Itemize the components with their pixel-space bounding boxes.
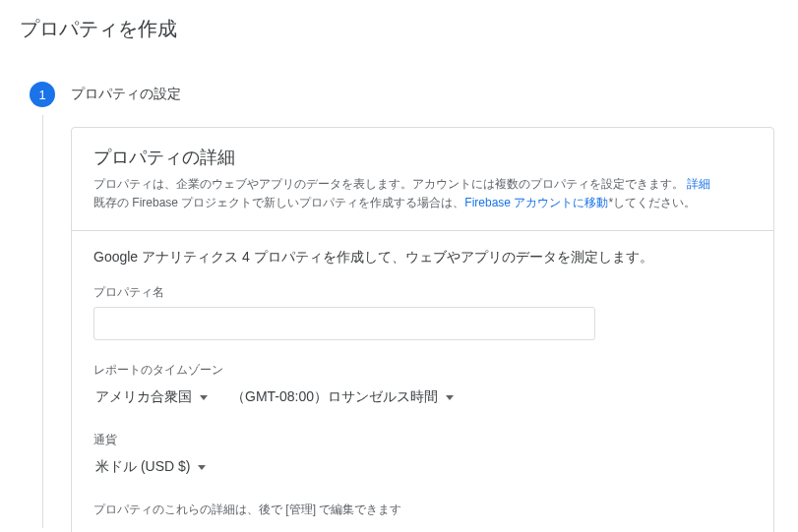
- step-content: プロパティの設定 プロパティの詳細 プロパティは、企業のウェブやアプリのデータを…: [71, 82, 778, 532]
- country-dropdown[interactable]: アメリカ合衆国: [93, 384, 210, 410]
- chevron-down-icon: [446, 395, 454, 400]
- step-title: プロパティの設定: [71, 86, 778, 103]
- firebase-account-link[interactable]: Firebase アカウントに移動: [464, 196, 608, 209]
- step-badge: 1: [30, 82, 55, 107]
- step-indicator: 1: [30, 82, 55, 528]
- timezone-dropdown[interactable]: （GMT-08:00）ロサンゼルス時間: [229, 384, 456, 410]
- card-desc-text-1: プロパティは、企業のウェブやアプリのデータを表します。アカウントには複数のプロパ…: [93, 177, 684, 191]
- property-details-card: プロパティの詳細 プロパティは、企業のウェブやアプリのデータを表します。アカウン…: [71, 127, 774, 532]
- currency-label: 通貨: [93, 432, 752, 448]
- card-description: プロパティは、企業のウェブやアプリのデータを表します。アカウントには複数のプロパ…: [93, 175, 752, 212]
- card-desc-text-2a: 既存の Firebase プロジェクトで新しいプロパティを作成する場合は、: [93, 196, 464, 209]
- divider: [72, 230, 773, 231]
- chevron-down-icon: [200, 395, 208, 400]
- details-link[interactable]: 詳細: [687, 177, 710, 191]
- card-desc-text-2b: *してください。: [608, 196, 696, 209]
- timezone-dropdown-value: （GMT-08:00）ロサンゼルス時間: [231, 388, 438, 406]
- wizard-container: 1 プロパティの設定 プロパティの詳細 プロパティは、企業のウェブやアプリのデー…: [30, 82, 778, 532]
- property-name-input[interactable]: [93, 307, 595, 340]
- page-title: プロパティを作成: [20, 16, 778, 42]
- property-name-field: プロパティ名: [93, 284, 752, 340]
- card-title: プロパティの詳細: [93, 146, 752, 169]
- country-dropdown-value: アメリカ合衆国: [95, 388, 192, 406]
- currency-field: 通貨 米ドル (USD $): [93, 432, 752, 480]
- edit-later-note: プロパティのこれらの詳細は、後で [管理] で編集できます: [93, 502, 752, 518]
- section-lead-text: Google アナリティクス 4 プロパティを作成して、ウェブやアプリのデータを…: [93, 249, 752, 266]
- chevron-down-icon: [198, 465, 206, 470]
- property-name-label: プロパティ名: [93, 284, 752, 301]
- currency-dropdown[interactable]: 米ドル (USD $): [93, 454, 208, 480]
- timezone-label: レポートのタイムゾーン: [93, 362, 752, 379]
- timezone-field: レポートのタイムゾーン アメリカ合衆国 （GMT-08:00）ロサンゼルス時間: [93, 362, 752, 410]
- step-connector-line: [42, 115, 43, 528]
- currency-dropdown-value: 米ドル (USD $): [95, 458, 190, 476]
